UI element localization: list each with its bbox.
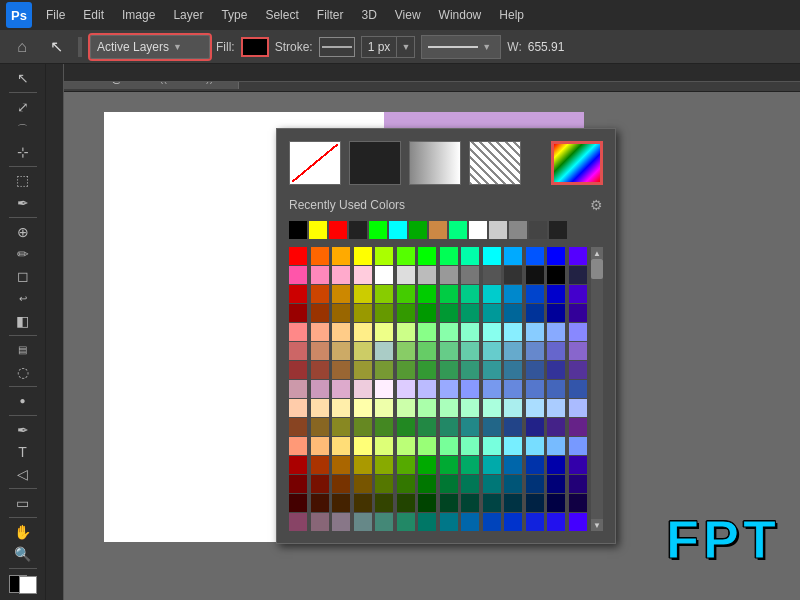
color-cell[interactable] — [397, 437, 415, 455]
color-cell[interactable] — [418, 399, 436, 417]
color-cell[interactable] — [504, 399, 522, 417]
menu-item-window[interactable]: Window — [431, 6, 490, 24]
color-cell[interactable] — [504, 456, 522, 474]
color-cell[interactable] — [504, 285, 522, 303]
recent-color-swatch[interactable] — [369, 221, 387, 239]
color-cell[interactable] — [332, 494, 350, 512]
recent-color-swatch[interactable] — [489, 221, 507, 239]
color-cell[interactable] — [418, 323, 436, 341]
color-cell[interactable] — [547, 342, 565, 360]
quick-select-tool[interactable]: ⊹ — [8, 141, 38, 161]
color-cell[interactable] — [418, 475, 436, 493]
color-cell[interactable] — [332, 266, 350, 284]
color-cell[interactable] — [440, 399, 458, 417]
color-cell[interactable] — [397, 475, 415, 493]
color-cell[interactable] — [354, 399, 372, 417]
color-cell[interactable] — [311, 456, 329, 474]
color-cell[interactable] — [397, 342, 415, 360]
color-cell[interactable] — [354, 513, 372, 531]
color-cell[interactable] — [526, 323, 544, 341]
recent-color-swatch[interactable] — [349, 221, 367, 239]
foreground-background-colors[interactable] — [9, 575, 37, 594]
line-style-dropdown[interactable]: ▼ — [421, 35, 501, 59]
crop-tool[interactable]: ⬚ — [8, 170, 38, 190]
color-cell[interactable] — [354, 342, 372, 360]
color-cell[interactable] — [483, 399, 501, 417]
recent-color-swatch[interactable] — [389, 221, 407, 239]
heal-tool[interactable]: ⊕ — [8, 222, 38, 242]
home-button[interactable]: ⌂ — [8, 33, 36, 61]
eyedropper-tool[interactable]: ✒ — [8, 193, 38, 213]
color-cell[interactable] — [504, 513, 522, 531]
color-cell[interactable] — [461, 361, 479, 379]
color-cell[interactable] — [332, 247, 350, 265]
color-cell[interactable] — [289, 285, 307, 303]
color-cell[interactable] — [289, 494, 307, 512]
color-cell[interactable] — [440, 323, 458, 341]
color-cell[interactable] — [289, 456, 307, 474]
color-cell[interactable] — [547, 475, 565, 493]
menu-item-edit[interactable]: Edit — [75, 6, 112, 24]
color-cell[interactable] — [289, 342, 307, 360]
color-cell[interactable] — [440, 513, 458, 531]
color-cell[interactable] — [375, 285, 393, 303]
color-picker-rainbow[interactable] — [551, 141, 603, 185]
color-cell[interactable] — [440, 247, 458, 265]
recent-color-swatch[interactable] — [509, 221, 527, 239]
color-cell[interactable] — [569, 418, 587, 436]
brush-tool[interactable]: ✏ — [8, 244, 38, 264]
color-cell[interactable] — [418, 494, 436, 512]
color-cell[interactable] — [332, 437, 350, 455]
color-cell[interactable] — [440, 418, 458, 436]
color-cell[interactable] — [461, 247, 479, 265]
stroke-swatch[interactable] — [319, 37, 355, 57]
color-cell[interactable] — [526, 342, 544, 360]
recent-color-swatch[interactable] — [409, 221, 427, 239]
color-cell[interactable] — [483, 513, 501, 531]
color-cell[interactable] — [526, 494, 544, 512]
color-cell[interactable] — [397, 323, 415, 341]
color-cell[interactable] — [547, 380, 565, 398]
recent-color-swatch[interactable] — [469, 221, 487, 239]
color-cell[interactable] — [440, 475, 458, 493]
color-cell[interactable] — [354, 418, 372, 436]
color-cell[interactable] — [332, 513, 350, 531]
color-cell[interactable] — [461, 323, 479, 341]
color-cell[interactable] — [461, 380, 479, 398]
color-cell[interactable] — [418, 247, 436, 265]
color-cell[interactable] — [332, 285, 350, 303]
color-cell[interactable] — [526, 437, 544, 455]
color-cell[interactable] — [504, 418, 522, 436]
solid-color-swatch[interactable] — [349, 141, 401, 185]
color-cell[interactable] — [547, 418, 565, 436]
color-cell[interactable] — [483, 342, 501, 360]
color-cell[interactable] — [311, 285, 329, 303]
color-cell[interactable] — [397, 494, 415, 512]
recent-color-swatch[interactable] — [529, 221, 547, 239]
color-cell[interactable] — [289, 323, 307, 341]
color-cell[interactable] — [461, 304, 479, 322]
menu-item-layer[interactable]: Layer — [165, 6, 211, 24]
color-cell[interactable] — [440, 456, 458, 474]
color-cell[interactable] — [418, 380, 436, 398]
color-cell[interactable] — [461, 418, 479, 436]
color-cell[interactable] — [289, 399, 307, 417]
color-cell[interactable] — [397, 380, 415, 398]
color-cell[interactable] — [311, 361, 329, 379]
color-cell[interactable] — [526, 456, 544, 474]
recent-color-swatch[interactable] — [309, 221, 327, 239]
color-cell[interactable] — [483, 418, 501, 436]
color-cell[interactable] — [397, 456, 415, 474]
color-cell[interactable] — [569, 380, 587, 398]
color-cell[interactable] — [461, 475, 479, 493]
color-cell[interactable] — [311, 266, 329, 284]
color-cell[interactable] — [354, 437, 372, 455]
menu-item-filter[interactable]: Filter — [309, 6, 352, 24]
color-cell[interactable] — [526, 399, 544, 417]
color-cell[interactable] — [418, 361, 436, 379]
color-cell[interactable] — [354, 494, 372, 512]
color-cell[interactable] — [397, 247, 415, 265]
color-cell[interactable] — [526, 475, 544, 493]
fill-swatch[interactable] — [241, 37, 269, 57]
color-cell[interactable] — [397, 361, 415, 379]
